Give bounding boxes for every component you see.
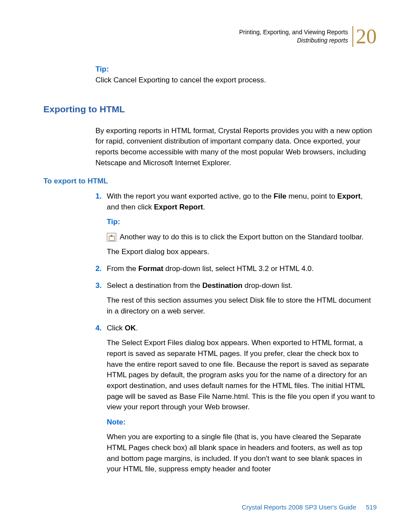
step-result: The rest of this section assumes you sel… — [107, 295, 377, 317]
footer-guide-name: Crystal Reports 2008 SP3 User's Guide — [242, 503, 356, 511]
step-list: 1. With the report you want exported act… — [95, 191, 377, 475]
step-item: 4. Click OK. The Select Export Files dia… — [95, 323, 377, 475]
page-header: Printing, Exporting, and Viewing Reports… — [239, 26, 377, 47]
tip-label: Tip: — [107, 217, 377, 228]
step-item: 3. Select a destination from the Destina… — [95, 281, 377, 317]
page-footer: Crystal Reports 2008 SP3 User's Guide 51… — [242, 503, 377, 512]
step-result: The Export dialog box appears. — [107, 247, 377, 258]
note-label: Note: — [107, 417, 377, 428]
step-result: The Select Export Files dialog box appea… — [107, 338, 377, 412]
tip-text: Click Cancel Exporting to cancel the exp… — [95, 75, 377, 86]
step-text: With the report you want exported active… — [107, 192, 363, 211]
step-number: 3. — [95, 281, 102, 291]
step-text: Click OK. — [107, 324, 138, 332]
tip-body: Another way to do this is to click the E… — [107, 232, 377, 243]
step-text: From the Format drop-down list, select H… — [107, 264, 314, 273]
step-number: 2. — [95, 264, 102, 274]
chapter-number: 20 — [352, 26, 377, 47]
tip-label: Tip: — [95, 64, 377, 75]
step-text: Select a destination from the Destinatio… — [107, 281, 292, 290]
note-text: When you are exporting to a single file … — [107, 432, 377, 475]
export-icon — [107, 233, 116, 242]
step-item: 1. With the report you want exported act… — [95, 191, 377, 258]
header-section-title: Distributing reports — [239, 36, 348, 45]
step-item: 2. From the Format drop-down list, selec… — [95, 264, 377, 274]
header-chapter-title: Printing, Exporting, and Viewing Reports — [239, 28, 348, 36]
footer-page-number: 519 — [366, 503, 377, 511]
step-number: 1. — [95, 191, 102, 202]
procedure-heading: To export to HTML — [43, 176, 377, 187]
step-number: 4. — [95, 323, 102, 334]
section-intro: By exporting reports in HTML format, Cry… — [95, 126, 377, 169]
section-heading: Exporting to HTML — [43, 103, 377, 116]
